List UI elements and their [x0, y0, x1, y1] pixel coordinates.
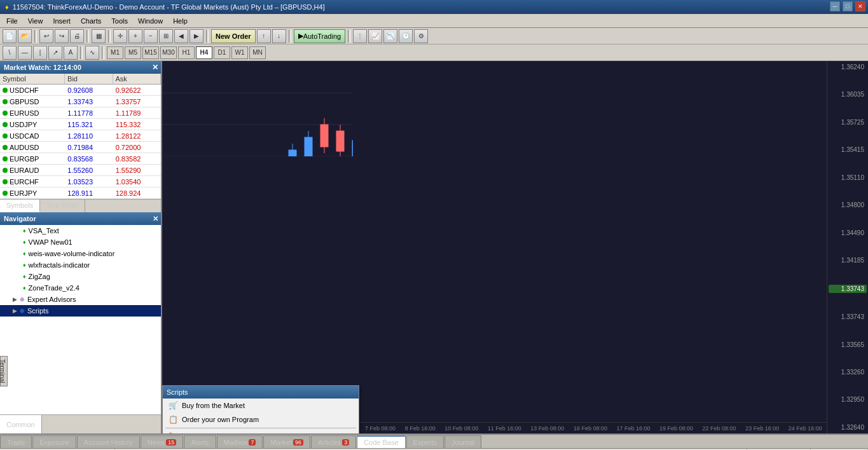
tb-arrow[interactable]: ↗	[48, 46, 62, 60]
terminal-tab[interactable]: Terminal	[0, 356, 8, 386]
list-item[interactable]: USDCHF 0.92608 0.92622	[0, 85, 161, 96]
tab-news[interactable]: News 15	[141, 435, 184, 448]
tb-clock[interactable]: 🕐	[399, 29, 413, 43]
toolbar-timeframes: \ — | ↗ A ∿ M1 M5 M15 M30 H1 H4 D1 W1 MN	[0, 44, 868, 61]
tb-text[interactable]: A	[64, 46, 78, 60]
menu-charts[interactable]: Charts	[76, 16, 106, 26]
ctx-order-program[interactable]: 📋 Order your own Program	[163, 412, 359, 426]
tab-trade[interactable]: Trade	[0, 435, 32, 448]
tf-mn[interactable]: MN	[249, 46, 266, 59]
tab-code-base[interactable]: Code Base	[357, 435, 405, 448]
nav-item-vsa[interactable]: ♦ VSA_Text	[0, 225, 161, 236]
price-5: 1.35110	[829, 174, 867, 181]
list-item[interactable]: EURCHF 1.03523 1.03540	[0, 176, 161, 188]
tb-zoom-grid[interactable]: ⊞	[159, 29, 173, 43]
new-order-button[interactable]: New Order	[211, 29, 256, 43]
nav-item-zigzag[interactable]: ♦ ZigZag	[0, 271, 161, 282]
tf-m30[interactable]: M30	[160, 46, 177, 59]
navigator-close[interactable]: ✕	[153, 215, 158, 223]
mw-scroll[interactable]: USDCHF 0.92608 0.92622 GBPUSD 1.33743 1.…	[0, 85, 161, 199]
menu-window[interactable]: Window	[133, 16, 168, 26]
tb-fwd[interactable]: ▶	[189, 29, 203, 43]
tab-alerts[interactable]: Alerts	[184, 435, 216, 448]
tb-fib[interactable]: ∿	[85, 46, 99, 60]
tab-account-history[interactable]: Account History	[77, 435, 140, 448]
price-10: 1.33743	[829, 313, 867, 320]
bottom-panel: Terminal Trade Exposure Account History …	[0, 433, 868, 450]
menu-view[interactable]: View	[23, 16, 48, 26]
tf-h1[interactable]: H1	[178, 46, 195, 59]
nav-item-weis[interactable]: ♦ weis-wave-volume-indicator	[0, 248, 161, 259]
nav-item-vwap[interactable]: ♦ VWAP New01	[0, 236, 161, 248]
tb-buy[interactable]: ↑	[257, 29, 271, 43]
nav-item-wlx[interactable]: ♦ wlxfractals-indicator	[0, 259, 161, 271]
tf-d1[interactable]: D1	[214, 46, 230, 59]
list-item[interactable]: EURUSD 1.11778 1.11789	[0, 107, 161, 119]
tb-open[interactable]: 📂	[18, 29, 32, 43]
autotrading-button[interactable]: ▶ AutoTrading	[294, 29, 346, 43]
tb-zoom-in[interactable]: +	[128, 29, 142, 43]
tab-common[interactable]: Common	[0, 415, 42, 433]
close-button[interactable]: ✕	[855, 1, 865, 11]
tb-sell[interactable]: ↓	[272, 29, 286, 43]
tab-articles[interactable]: Articles 3	[311, 435, 356, 448]
list-item[interactable]: GBPUSD 1.33743 1.33757	[0, 96, 161, 107]
tab-exposure[interactable]: Exposure	[32, 435, 76, 448]
ask-value: 1.03540	[113, 177, 161, 186]
tab-mailbox[interactable]: Mailbox 7	[217, 435, 263, 448]
tb-new-chart[interactable]: 📄	[3, 29, 17, 43]
currency-dot	[3, 179, 8, 184]
nav-item-scripts[interactable]: ▶ ⊕ Scripts	[0, 305, 161, 317]
tab-market[interactable]: Market 96	[263, 435, 310, 448]
tb-redo[interactable]: ↪	[55, 29, 69, 43]
autotrading-label: AutoTrading	[303, 32, 341, 40]
tb-print[interactable]: 🖨	[70, 29, 84, 43]
tb-back[interactable]: ◀	[174, 29, 188, 43]
menu-tools[interactable]: Tools	[106, 16, 133, 26]
tb-undo[interactable]: ↩	[39, 29, 53, 43]
tab-symbols[interactable]: Symbols	[0, 200, 40, 212]
chart-area[interactable]: GBPUSD,H4	[162, 61, 868, 433]
tb-crosshair[interactable]: ✛	[113, 29, 127, 43]
market-watch-close[interactable]: ✕	[152, 63, 158, 72]
list-item[interactable]: EURJPY 128.911 128.924	[0, 188, 161, 199]
mailbox-badge: 7	[249, 439, 256, 446]
ctx-buy-market[interactable]: 🛒 Buy from the Market	[163, 399, 359, 412]
tb-vline[interactable]: |	[33, 46, 47, 60]
list-item[interactable]: USDCAD 1.28110 1.28122	[0, 130, 161, 142]
tb-period-sep[interactable]: ⋮	[353, 29, 367, 43]
list-item[interactable]: USDJPY 115.321 115.332	[0, 119, 161, 130]
tf-m1[interactable]: M1	[107, 46, 123, 59]
tf-h4[interactable]: H4	[196, 46, 212, 59]
tb-line[interactable]: \	[3, 46, 17, 60]
ctx-create-meta[interactable]: ✏️ Create in MetaEditor Insert	[163, 430, 359, 433]
list-item[interactable]: AUDUSD 0.71984 0.72000	[0, 142, 161, 153]
tb-bar-chart[interactable]: ▦	[92, 29, 106, 43]
nav-item-zonetrade[interactable]: ♦ ZoneTrade_v2.4	[0, 282, 161, 294]
tf-m15[interactable]: M15	[142, 46, 159, 59]
currency-dot	[3, 191, 8, 196]
tab-tick-chart[interactable]: Tick Chart	[40, 200, 85, 212]
maximize-button[interactable]: □	[843, 1, 853, 11]
tf-m5[interactable]: M5	[125, 46, 141, 59]
mw-header-row: Symbol Bid Ask	[0, 74, 161, 85]
tf-w1[interactable]: W1	[231, 46, 248, 59]
list-item[interactable]: EURAUD 1.55260 1.55290	[0, 165, 161, 176]
nav-item-expert-advisors[interactable]: ▶ ⊕ Expert Advisors	[0, 294, 161, 305]
navigator-tree[interactable]: ♦ VSA_Text ♦ VWAP New01 ♦ weis-wave-volu…	[0, 225, 161, 414]
tb-options[interactable]: ⚙	[414, 29, 428, 43]
tb-zoom-out[interactable]: −	[144, 29, 158, 43]
ask-value: 128.924	[113, 189, 161, 198]
bid-value: 1.03523	[65, 177, 113, 186]
minimize-button[interactable]: ─	[830, 1, 840, 11]
list-item[interactable]: EURGBP 0.83568 0.83582	[0, 153, 161, 165]
tab-experts[interactable]: Experts	[406, 435, 444, 448]
menu-file[interactable]: File	[1, 16, 23, 26]
menu-help[interactable]: Help	[168, 16, 193, 26]
tf-sep-2	[102, 46, 104, 59]
tb-hline[interactable]: —	[18, 46, 32, 60]
tab-journal[interactable]: Journal	[444, 435, 481, 448]
menu-insert[interactable]: Insert	[48, 16, 76, 26]
tb-chart-down[interactable]: 📉	[383, 29, 397, 43]
tb-chart-up[interactable]: 📈	[368, 29, 382, 43]
